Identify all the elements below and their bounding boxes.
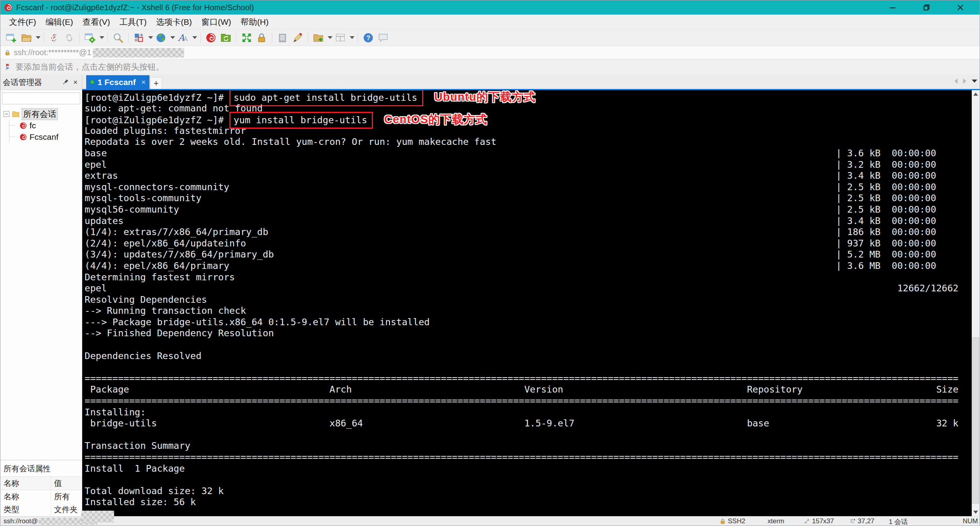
terminal-line: epel12662/12662	[85, 283, 971, 294]
font-dropdown[interactable]	[192, 36, 197, 39]
corner-masked-area	[81, 511, 114, 522]
resize-icon	[804, 518, 810, 524]
tab-scroll-left-icon[interactable]	[954, 78, 958, 84]
terminal-line: updates| 3.4 kB 00:00:00	[85, 215, 971, 227]
address-value[interactable]: ssh://root:**********@1	[14, 48, 91, 57]
close-button[interactable]	[954, 2, 966, 13]
terminal-line	[85, 361, 971, 373]
tab-fcscanf[interactable]: 1 Fcscanf ×	[86, 75, 149, 89]
info-bar: 要添加当前会话，点击左侧的箭头按钮。	[0, 59, 980, 74]
session-search-box[interactable]	[2, 93, 80, 104]
reconnect-icon[interactable]	[62, 31, 76, 44]
xshell-icon[interactable]	[204, 31, 218, 44]
layout-icon[interactable]	[333, 31, 347, 44]
session-properties-icon[interactable]	[83, 31, 97, 44]
terminal-line	[85, 429, 971, 441]
web-dropdown[interactable]	[170, 36, 175, 39]
tab-list-dropdown-icon[interactable]	[972, 80, 977, 83]
red-annotation: Ubuntu的下载方式	[434, 91, 535, 103]
red-annotation: CentOS的下载方式	[384, 113, 487, 126]
terminal-line: Repodata is over 2 weeks old. Install yu…	[85, 136, 971, 148]
new-session-icon[interactable]	[4, 31, 18, 44]
web-icon[interactable]	[154, 31, 168, 44]
properties-row: 名称所有	[0, 490, 82, 504]
terminal-line: epel| 3.2 kB 00:00:00	[85, 159, 971, 170]
fullscreen-icon[interactable]	[240, 31, 254, 44]
new-file-icon[interactable]	[311, 31, 325, 44]
tree-session-Fcscanf[interactable]: Fcscanf	[4, 131, 82, 143]
session-tree: −所有会话fcFcscanf	[0, 107, 82, 460]
minimize-button[interactable]	[887, 2, 899, 13]
terminal-line: extras| 3.4 kB 00:00:00	[85, 170, 971, 182]
status-session-count: 1 会话	[889, 517, 908, 526]
properties-title: 所有会话属性	[0, 460, 82, 477]
scrollbar-thumb[interactable]	[972, 337, 979, 504]
terminal-scrollbar[interactable]	[972, 90, 980, 516]
properties-table: 名称值 名称所有类型文件夹	[0, 477, 82, 516]
svg-text:?: ?	[366, 34, 370, 41]
scroll-down-icon[interactable]	[972, 508, 980, 516]
terminal-line: mysql-connectors-community| 2.5 kB 00:00…	[85, 182, 971, 193]
open-session-icon[interactable]	[19, 31, 33, 44]
messages-icon[interactable]	[376, 31, 390, 44]
highlight-icon[interactable]	[290, 31, 305, 44]
menu-item-3[interactable]: 工具(T)	[115, 15, 151, 29]
scroll-up-icon[interactable]	[972, 90, 980, 98]
restore-button[interactable]	[921, 2, 932, 13]
session-manager-header: 会话管理器 ×	[0, 75, 82, 90]
lock-screen-icon[interactable]	[255, 31, 269, 44]
menu-item-4[interactable]: 选项卡(B)	[151, 15, 197, 29]
status-num-lock: NUM	[963, 517, 978, 525]
layout-dropdown[interactable]	[350, 36, 354, 39]
session-properties-dropdown[interactable]	[100, 36, 104, 39]
terminal-line: (2/4): epel/x86_64/updateinfo| 937 kB 00…	[85, 238, 971, 249]
folder-icon	[12, 110, 20, 118]
terminal-line: Resolving Dependencies	[85, 294, 971, 306]
terminal-line: sudo: apt-get: command not found	[85, 103, 971, 114]
terminal-line: Dependencies Resolved	[85, 350, 971, 362]
menu-bar: 文件(F)编辑(E)查看(V)工具(T)选项卡(B)窗口(W)帮助(H)	[0, 15, 980, 30]
session-manager-title: 会话管理器	[3, 77, 61, 88]
menu-item-1[interactable]: 编辑(E)	[41, 15, 78, 29]
menu-item-2[interactable]: 查看(V)	[78, 15, 115, 29]
compose-icon[interactable]	[132, 31, 146, 44]
panel-close-icon[interactable]: ×	[71, 78, 79, 87]
terminal-line: ---> Package bridge-utils.x86_64 0:1.5-9…	[85, 317, 971, 328]
status-bar: ssh://root@ SSH2 xterm 157x37 37,27 1 会话	[0, 516, 980, 526]
new-file-dropdown[interactable]	[328, 36, 332, 39]
window-title: Fcscanf - root@iZuligp6e1dyzfZ:~ - Xshel…	[16, 3, 254, 12]
compose-dropdown[interactable]	[148, 36, 153, 39]
status-terminal-size: 157x37	[804, 517, 834, 525]
address-bar[interactable]: ssh://root:**********@1	[0, 46, 980, 59]
terminal-line: [root@iZuligp6e1dyzfZ ~]# yum install br…	[85, 114, 971, 125]
tree-collapse-icon[interactable]: −	[4, 111, 9, 117]
pin-icon[interactable]	[61, 78, 71, 87]
tree-root-all-sessions[interactable]: −所有会话	[4, 108, 82, 120]
file-transfer-xftp-icon[interactable]	[219, 31, 233, 44]
tab-bar: 1 Fcscanf × +	[82, 75, 980, 90]
menu-item-6[interactable]: 帮助(H)	[236, 15, 273, 29]
menu-item-5[interactable]: 窗口(W)	[197, 15, 236, 29]
terminal-line: (4/4): epel/x86_64/primary| 3.6 MB 00:00…	[85, 260, 971, 272]
tree-root-label[interactable]: 所有会话	[22, 109, 57, 120]
tree-session-fc[interactable]: fc	[4, 120, 82, 131]
terminal-line: base| 3.6 kB 00:00:00	[85, 148, 971, 159]
terminal-line: (1/4): extras/7/x86_64/primary_db| 186 k…	[85, 226, 971, 238]
virtual-keyboard-icon[interactable]	[275, 31, 290, 44]
menu-item-0[interactable]: 文件(F)	[4, 15, 41, 29]
terminal-line: bridge-utilsx86_641.5-9.el7base32 k	[85, 418, 971, 429]
session-properties-panel: 所有会话属性 名称值 名称所有类型文件夹	[0, 460, 82, 516]
find-icon[interactable]	[111, 31, 125, 44]
font-icon[interactable]: A A	[176, 31, 190, 44]
open-session-dropdown[interactable]	[36, 36, 41, 39]
terminal-line: mysql-tools-community| 2.5 kB 00:00:00	[85, 193, 971, 204]
terminal-line: ========================================…	[85, 373, 971, 384]
disconnect-icon[interactable]	[47, 31, 61, 44]
ssh-lock-icon	[720, 518, 726, 524]
help-icon[interactable]: ?	[361, 31, 375, 44]
tab-scroll-right-icon[interactable]	[963, 78, 966, 84]
new-tab-button[interactable]: +	[150, 77, 162, 89]
tab-close-icon[interactable]: ×	[141, 78, 146, 87]
status-connection: ssh://root@	[4, 517, 38, 525]
terminal[interactable]: [root@iZuligp6e1dyzfZ ~]# sudo apt-get i…	[82, 90, 980, 516]
